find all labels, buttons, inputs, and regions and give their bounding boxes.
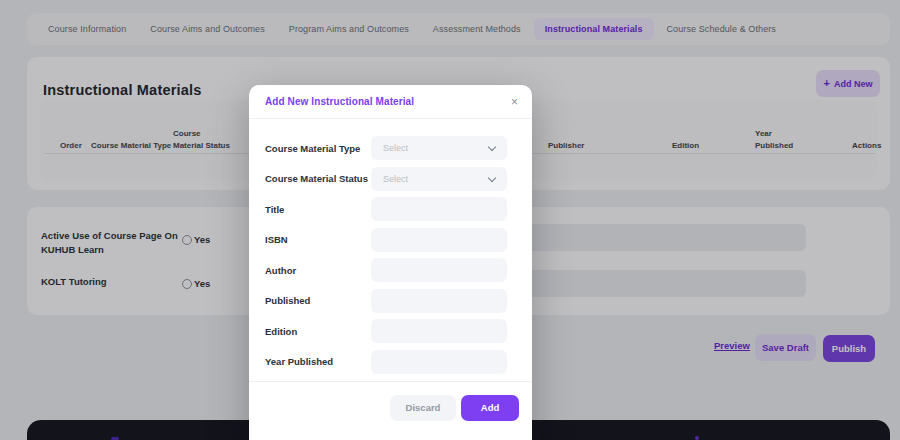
modal-footer: Discard Add bbox=[249, 381, 532, 435]
edition-text-input[interactable] bbox=[371, 319, 507, 343]
course-material-status-select[interactable]: Select bbox=[371, 167, 507, 191]
add-button[interactable]: Add bbox=[461, 395, 519, 421]
chevron-down-icon bbox=[488, 143, 496, 151]
field-row-edition: Edition bbox=[265, 319, 507, 343]
field-row-published: Published bbox=[265, 289, 507, 313]
field-row-author: Author bbox=[265, 258, 507, 282]
isbn-text-input[interactable] bbox=[371, 228, 507, 252]
modal-form: Course Material TypeSelectCourse Materia… bbox=[249, 119, 532, 374]
field-row-title: Title bbox=[265, 197, 507, 221]
field-row-year-published: Year Published bbox=[265, 350, 507, 374]
field-label: ISBN bbox=[265, 234, 288, 245]
select-placeholder: Select bbox=[371, 174, 408, 184]
field-label: Published bbox=[265, 295, 310, 306]
close-icon[interactable]: × bbox=[511, 96, 518, 108]
modal-header: Add New Instructional Material × bbox=[249, 85, 532, 119]
add-material-modal: Add New Instructional Material × Course … bbox=[249, 85, 532, 440]
field-label: Edition bbox=[265, 326, 297, 337]
select-placeholder: Select bbox=[371, 143, 408, 153]
field-label: Course Material Type bbox=[265, 143, 360, 154]
published-text-input[interactable] bbox=[371, 289, 507, 313]
title-text-input[interactable] bbox=[371, 197, 507, 221]
field-label: Author bbox=[265, 265, 296, 276]
year-published-text-input[interactable] bbox=[371, 350, 507, 374]
field-row-isbn: ISBN bbox=[265, 228, 507, 252]
field-label: Course Material Status bbox=[265, 173, 368, 184]
author-text-input[interactable] bbox=[371, 258, 507, 282]
discard-button[interactable]: Discard bbox=[390, 395, 456, 421]
chevron-down-icon bbox=[488, 173, 496, 181]
title-input[interactable] bbox=[371, 197, 507, 221]
field-row-course-material-type: Course Material TypeSelect bbox=[265, 136, 507, 160]
field-label: Title bbox=[265, 204, 284, 215]
edition-input[interactable] bbox=[371, 319, 507, 343]
modal-title: Add New Instructional Material bbox=[265, 96, 414, 107]
author-input[interactable] bbox=[371, 258, 507, 282]
year-published-input[interactable] bbox=[371, 350, 507, 374]
published-input[interactable] bbox=[371, 289, 507, 313]
isbn-input[interactable] bbox=[371, 228, 507, 252]
course-material-type-select[interactable]: Select bbox=[371, 136, 507, 160]
field-row-course-material-status: Course Material StatusSelect bbox=[265, 167, 507, 191]
field-label: Year Published bbox=[265, 356, 333, 367]
